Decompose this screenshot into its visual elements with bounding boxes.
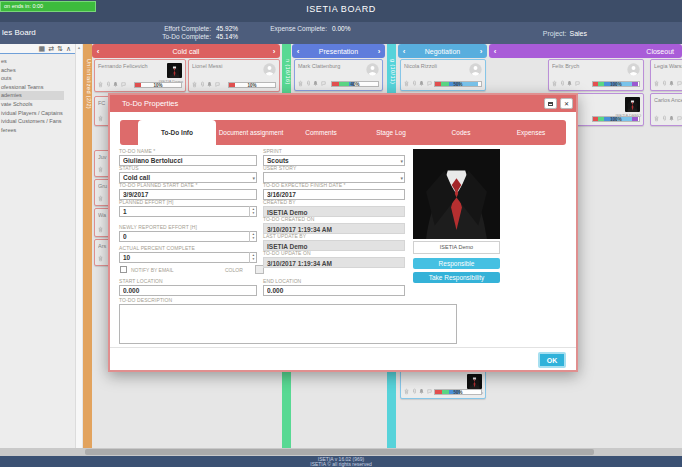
collapse-left-icon[interactable]: ‹ bbox=[292, 45, 304, 58]
actual-percent-stepper[interactable] bbox=[119, 252, 257, 263]
tab-todo-info[interactable]: To-Do Info bbox=[138, 120, 216, 145]
dialog-titlebar[interactable]: To-Do Properties ✕ bbox=[110, 95, 576, 112]
sidebar-item[interactable]: ofessional Teams bbox=[0, 83, 75, 92]
comment-icon[interactable] bbox=[121, 81, 126, 88]
column-header-closeout[interactable]: ‹ Closeout bbox=[489, 44, 682, 58]
bell-icon[interactable] bbox=[669, 80, 674, 87]
stepper-arrows[interactable]: ▴▾ bbox=[249, 231, 257, 242]
bell-icon[interactable] bbox=[567, 80, 572, 87]
stepper-arrows[interactable]: ▴▾ bbox=[249, 252, 257, 263]
start-location-input[interactable] bbox=[119, 285, 257, 296]
paperclip-icon[interactable] bbox=[662, 80, 667, 87]
card-felix-brych[interactable]: Felix Brych 100% bbox=[548, 59, 644, 91]
bell-icon[interactable] bbox=[669, 115, 674, 122]
bell-icon[interactable] bbox=[419, 80, 424, 87]
card-carlos-ancel[interactable]: Carlos Ancel bbox=[650, 93, 682, 126]
paperclip-icon[interactable] bbox=[306, 80, 311, 87]
swap-columns-icon[interactable]: ⇄ bbox=[48, 44, 54, 53]
collapse-right-icon[interactable]: › bbox=[268, 45, 280, 58]
field-label: USER STORY bbox=[263, 165, 405, 171]
paperclip-icon[interactable] bbox=[200, 81, 205, 88]
info-bar: les Board Effort Complete: 45.92% Expens… bbox=[0, 22, 682, 44]
trash-icon[interactable] bbox=[98, 195, 103, 202]
board-view-icon[interactable]: ▦ bbox=[39, 44, 46, 53]
project-selector[interactable]: Project:Sales bbox=[543, 30, 587, 37]
comment-icon[interactable] bbox=[677, 115, 682, 122]
sidebar-item[interactable]: aches bbox=[0, 66, 75, 75]
card-fernando-felicevich[interactable]: Fernando Felicevich ISETIA Demo 10% bbox=[94, 59, 186, 92]
sidebar-item-selected[interactable]: ademies bbox=[0, 91, 64, 100]
sidebar-scrollbar[interactable]: ▲ bbox=[75, 44, 82, 448]
collapse-right-icon[interactable]: › bbox=[475, 45, 487, 58]
trash-icon[interactable] bbox=[98, 166, 103, 173]
end-location-input[interactable] bbox=[263, 285, 405, 296]
collapse-left-icon[interactable]: ‹ bbox=[398, 45, 410, 58]
bell-icon[interactable] bbox=[419, 388, 424, 395]
horizontal-scrollbar[interactable] bbox=[0, 448, 682, 456]
todo-description-textarea[interactable] bbox=[119, 304, 457, 344]
tab-codes[interactable]: Codes bbox=[426, 120, 496, 145]
trash-icon[interactable] bbox=[654, 80, 659, 87]
trash-icon[interactable] bbox=[98, 226, 103, 233]
comment-icon[interactable] bbox=[321, 80, 326, 87]
close-button[interactable]: ✕ bbox=[560, 98, 573, 109]
paperclip-icon[interactable] bbox=[560, 80, 565, 87]
comment-icon[interactable] bbox=[427, 80, 432, 87]
progress-bar: 10% bbox=[228, 82, 276, 88]
collapse-icon[interactable]: ∧ bbox=[66, 44, 71, 53]
tab-stage-log[interactable]: Stage Log bbox=[356, 120, 426, 145]
comment-icon[interactable] bbox=[427, 388, 432, 395]
paperclip-icon[interactable] bbox=[412, 388, 417, 395]
card-nicola-rizzoli[interactable]: Nicola Rizzoli 50% bbox=[400, 59, 486, 91]
tab-comments[interactable]: Comments bbox=[286, 120, 356, 145]
collapse-right-icon[interactable]: › bbox=[373, 45, 385, 58]
column-header-cold-call[interactable]: ‹ Cold call › bbox=[92, 44, 280, 58]
sort-icon[interactable]: ⇅ bbox=[57, 44, 63, 53]
trash-icon[interactable] bbox=[192, 81, 197, 88]
sidebar-item[interactable]: ividual Customers / Fans bbox=[0, 117, 75, 126]
scrollbar-thumb[interactable] bbox=[85, 449, 594, 455]
sidebar-item[interactable]: outs bbox=[0, 74, 75, 83]
card-lionel-messi[interactable]: Lionel Messi 10% bbox=[188, 59, 280, 92]
collapse-left-icon[interactable]: ‹ bbox=[489, 45, 501, 58]
notify-by-email-checkbox[interactable] bbox=[120, 266, 127, 273]
trash-icon[interactable] bbox=[404, 80, 409, 87]
trash-icon[interactable] bbox=[654, 115, 659, 122]
sidebar-item[interactable]: ividual Players / Captains bbox=[0, 109, 75, 118]
maximize-button[interactable] bbox=[544, 98, 557, 109]
paperclip-icon[interactable] bbox=[106, 81, 111, 88]
comment-icon[interactable] bbox=[215, 81, 220, 88]
bell-icon[interactable] bbox=[313, 80, 318, 87]
comment-icon[interactable] bbox=[575, 80, 580, 87]
tab-expenses[interactable]: Expenses bbox=[496, 120, 566, 145]
tab-document-assignment[interactable]: Document assignment bbox=[216, 120, 286, 145]
newly-reported-effort-stepper[interactable] bbox=[119, 231, 257, 242]
paperclip-icon[interactable] bbox=[412, 80, 417, 87]
ok-button[interactable]: OK bbox=[538, 352, 566, 368]
collapsed-column-uninitialized[interactable]: Uninitialized (2/2) bbox=[83, 44, 92, 448]
responsible-button[interactable]: Responsible bbox=[413, 258, 500, 269]
sidebar-item[interactable]: es bbox=[0, 57, 75, 66]
column-header-negotiation[interactable]: ‹ Negotiation › bbox=[398, 44, 487, 58]
trash-icon[interactable] bbox=[298, 80, 303, 87]
stepper-arrows[interactable]: ▴▾ bbox=[249, 206, 257, 217]
column-header-presentation[interactable]: ‹ Presentation › bbox=[292, 44, 385, 58]
trash-icon[interactable] bbox=[98, 255, 103, 262]
comment-icon[interactable] bbox=[677, 80, 682, 87]
card-actions bbox=[404, 80, 432, 87]
bell-icon[interactable] bbox=[207, 81, 212, 88]
field-label: TO-DO PLANNED START DATE * bbox=[119, 182, 257, 188]
collapse-left-icon[interactable]: ‹ bbox=[92, 45, 104, 58]
take-responsibility-button[interactable]: Take Responsibility bbox=[413, 272, 500, 283]
trash-icon[interactable] bbox=[98, 115, 103, 122]
trash-icon[interactable] bbox=[552, 80, 557, 87]
card-legia-warsz[interactable]: Legia Warsz bbox=[650, 59, 682, 91]
sidebar-item[interactable]: ferees bbox=[0, 126, 75, 135]
bell-icon[interactable] bbox=[113, 81, 118, 88]
planned-effort-stepper[interactable] bbox=[119, 206, 257, 217]
trash-icon[interactable] bbox=[98, 81, 103, 88]
sidebar-item[interactable]: vate Schools bbox=[0, 100, 75, 109]
trash-icon[interactable] bbox=[404, 388, 409, 395]
card-mark-clattenburg[interactable]: Mark Clattenburg 40% bbox=[294, 59, 383, 91]
paperclip-icon[interactable] bbox=[662, 115, 667, 122]
